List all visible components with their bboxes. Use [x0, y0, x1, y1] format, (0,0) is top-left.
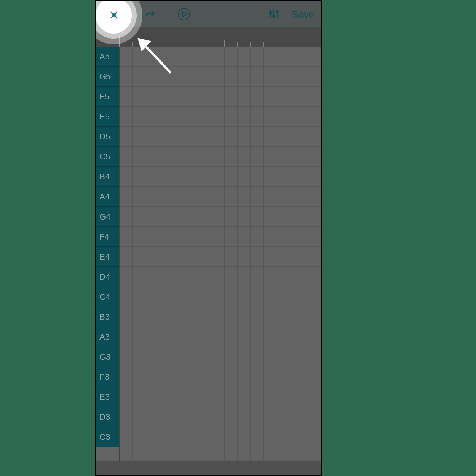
- grid-row[interactable]: [119, 207, 321, 227]
- piano-key-C3[interactable]: C3: [96, 427, 119, 447]
- redo-button[interactable]: [139, 1, 161, 27]
- grid-row[interactable]: [119, 427, 321, 447]
- piano-key-E5[interactable]: E5: [96, 107, 119, 127]
- grid-row[interactable]: [119, 227, 321, 247]
- grid-row[interactable]: [119, 147, 321, 167]
- grid-row[interactable]: [119, 287, 321, 307]
- piano-key-F5[interactable]: F5: [96, 87, 119, 107]
- play-button[interactable]: [173, 1, 195, 27]
- piano-key-A5[interactable]: A5: [96, 47, 119, 67]
- svg-point-0: [178, 8, 190, 20]
- grid-row[interactable]: [119, 347, 321, 367]
- piano-key-B3[interactable]: B3: [96, 307, 119, 327]
- piano-key-E3[interactable]: E3: [96, 387, 119, 407]
- piano-key-E4[interactable]: E4: [96, 247, 119, 267]
- piano-key-G3[interactable]: G3: [96, 347, 119, 367]
- piano-key-G5[interactable]: G5: [96, 67, 119, 87]
- grid-row[interactable]: [119, 167, 321, 187]
- piano-key-C5[interactable]: C5: [96, 147, 119, 167]
- sliders-icon: [268, 8, 280, 20]
- play-icon: [177, 7, 191, 21]
- piano-key-F3[interactable]: F3: [96, 367, 119, 387]
- footer-bar: [96, 461, 321, 475]
- piano-key-D5[interactable]: D5: [96, 127, 119, 147]
- piano-key-A4[interactable]: A4: [96, 187, 119, 207]
- note-grid[interactable]: [119, 47, 321, 461]
- piano-key-B4[interactable]: B4: [96, 167, 119, 187]
- grid-row[interactable]: [119, 407, 321, 427]
- piano-key-D3[interactable]: D3: [96, 407, 119, 427]
- close-button[interactable]: [96, 1, 118, 27]
- redo-icon: [144, 8, 156, 20]
- phone-frame: Save 12 A5G5F5E5D5C5B4A4G4F4E4D4C4B3A3G3…: [95, 0, 322, 476]
- grid-row[interactable]: [119, 247, 321, 267]
- ruler-bar-number: 1: [121, 29, 124, 35]
- grid-row[interactable]: [119, 307, 321, 327]
- piano-key-C4[interactable]: C4: [96, 287, 119, 307]
- grid-row[interactable]: [119, 367, 321, 387]
- grid-row[interactable]: [119, 107, 321, 127]
- grid-row[interactable]: [119, 87, 321, 107]
- grid-row[interactable]: [119, 47, 321, 67]
- piano-key-A3[interactable]: A3: [96, 327, 119, 347]
- piano-key-G4[interactable]: G4: [96, 207, 119, 227]
- grid-row[interactable]: [119, 267, 321, 287]
- undo-icon: [123, 8, 134, 20]
- grid-row[interactable]: [119, 387, 321, 407]
- piano-key-column: A5G5F5E5D5C5B4A4G4F4E4D4C4B3A3G3F3E3D3C3: [96, 47, 119, 461]
- grid-row[interactable]: [119, 327, 321, 347]
- grid-row[interactable]: [119, 127, 321, 147]
- save-button[interactable]: Save: [285, 8, 321, 20]
- toolbar: Save: [96, 1, 321, 27]
- piano-key-F4[interactable]: F4: [96, 227, 119, 247]
- timeline-ruler[interactable]: 12: [96, 27, 321, 47]
- mixer-button[interactable]: [263, 1, 285, 27]
- close-icon: [101, 8, 113, 20]
- app-screen: Save 12 A5G5F5E5D5C5B4A4G4F4E4D4C4B3A3G3…: [96, 1, 321, 475]
- grid-row[interactable]: [119, 187, 321, 207]
- undo-button[interactable]: [118, 1, 139, 27]
- grid-row[interactable]: [119, 67, 321, 87]
- piano-key-D4[interactable]: D4: [96, 267, 119, 287]
